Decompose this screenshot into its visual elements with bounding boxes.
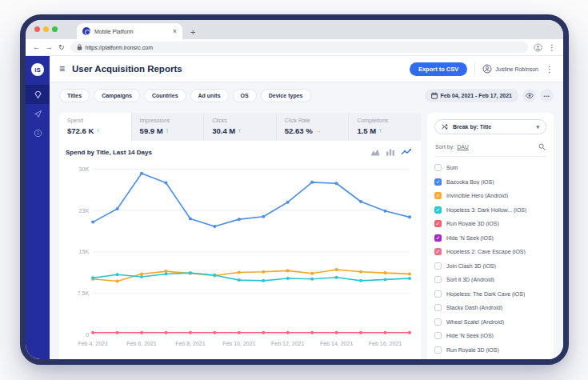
checkbox-checked[interactable]: ✓ xyxy=(434,192,442,199)
reload-icon[interactable]: ↻ xyxy=(58,44,65,51)
sort-by-link[interactable]: DAU xyxy=(457,144,469,150)
address-bar[interactable]: https://platform.ironsrc.com xyxy=(70,42,528,53)
title-row-run-royale-3d-ios[interactable]: Run Royale 3D (iOS) xyxy=(434,343,546,358)
filter-chip-ad-units[interactable]: Ad units xyxy=(190,89,229,102)
y-axis-tick: 0 xyxy=(86,332,89,338)
browser-menu-icon[interactable]: ⋮ xyxy=(548,43,556,52)
search-icon[interactable] xyxy=(538,143,546,150)
checkbox-unchecked[interactable] xyxy=(434,164,442,171)
filter-chip-os[interactable]: OS xyxy=(233,89,257,102)
metric-tab-spend[interactable]: Spend$72.6 K↑ xyxy=(59,113,132,141)
area-chart-icon[interactable] xyxy=(370,148,380,156)
checkbox-checked[interactable]: ✓ xyxy=(434,220,442,227)
metric-tab-clicks[interactable]: Clicks30.4 M↑ xyxy=(204,113,277,141)
sidebar-item-info[interactable] xyxy=(26,123,50,142)
sort-by-row: Sort by: DAU xyxy=(434,142,546,157)
title-label: Hide 'N Seek (iOS) xyxy=(446,333,494,338)
title-row-sort-it-3d-android[interactable]: Sort it 3D (Android) xyxy=(434,273,546,287)
metric-tab-click-rate[interactable]: Click Rate52.63 %→ xyxy=(277,113,350,141)
title-row-join-clash-3d-ios[interactable]: Join Clash 3D (iOS) xyxy=(434,259,546,274)
filter-chip-titles[interactable]: Titles xyxy=(59,89,90,102)
sidebar-item-send[interactable] xyxy=(26,104,50,123)
data-point xyxy=(189,271,192,274)
metric-tab-impressions[interactable]: Impressions59.9 M↑ xyxy=(132,113,205,141)
data-point xyxy=(116,331,119,334)
bar-chart-icon[interactable] xyxy=(386,148,395,156)
close-window-button[interactable] xyxy=(34,26,40,32)
data-point xyxy=(213,331,216,334)
data-point xyxy=(91,276,94,279)
app-sidebar: iS xyxy=(26,56,50,359)
data-point xyxy=(335,331,338,334)
checkbox-unchecked[interactable] xyxy=(434,318,442,326)
x-axis-tick: Feb 4, 2021 xyxy=(78,341,108,346)
data-point xyxy=(310,278,314,281)
checkbox-checked[interactable]: ✓ xyxy=(434,248,442,255)
app-header: ≡ User Acquisition Reports Export to CSV… xyxy=(50,56,563,82)
ironsource-logo[interactable]: iS xyxy=(31,63,44,76)
title-row-bazooka-boy-ios[interactable]: ✓Bazooka Boy (iOS) xyxy=(434,175,546,190)
data-point xyxy=(383,331,386,334)
checkbox-unchecked[interactable] xyxy=(434,276,442,283)
title-row-hopeless-2-cave-escape-ios[interactable]: ✓Hopeless 2: Cave Escape (iOS) xyxy=(434,245,546,259)
title-row-sum[interactable]: Sum xyxy=(434,161,546,175)
data-point xyxy=(310,331,314,334)
title-row-stacky-dash-android[interactable]: Stacky Dash (Android) xyxy=(434,301,546,315)
checkbox-unchecked[interactable] xyxy=(434,304,442,311)
filter-chip-countries[interactable]: Countries xyxy=(144,89,186,102)
close-tab-icon[interactable]: × xyxy=(173,27,177,35)
user-menu[interactable]: Justine Robinson xyxy=(482,64,538,74)
title-row-hopeless-the-dark-cave-ios[interactable]: Hopeless: The Dark Cave (iOS) xyxy=(434,287,546,302)
data-point xyxy=(238,270,241,274)
checkbox-checked[interactable]: ✓ xyxy=(434,178,442,186)
checkbox-checked[interactable]: ✓ xyxy=(434,234,442,242)
visibility-button[interactable] xyxy=(522,89,536,102)
minimize-window-button[interactable] xyxy=(43,26,49,32)
new-tab-button[interactable]: + xyxy=(190,27,195,39)
title-row-hide-n-seek-ios[interactable]: Hide 'N Seek (iOS) xyxy=(434,329,546,343)
line-chart-icon[interactable] xyxy=(401,148,411,156)
calendar-icon xyxy=(431,92,438,99)
forward-icon[interactable]: → xyxy=(46,44,53,51)
export-to-csv-button[interactable]: Export to CSV xyxy=(410,62,467,76)
title-row-hopeless-3-dark-hollow-ios[interactable]: ✓Hopeless 3: Dark Hollow... (iOS) xyxy=(434,203,546,218)
title-checkbox-list: Sum✓Bazooka Boy (iOS)✓Invincible Hero (A… xyxy=(434,157,546,359)
data-point xyxy=(359,331,362,334)
hamburger-menu-icon[interactable]: ≡ xyxy=(59,63,65,74)
checkbox-unchecked[interactable] xyxy=(434,332,442,339)
data-point xyxy=(359,270,362,274)
user-name: Justine Robinson xyxy=(495,66,538,72)
back-icon[interactable]: ← xyxy=(33,44,40,51)
browser-tab[interactable]: Mobile Platform × xyxy=(77,23,182,39)
metric-label: Clicks xyxy=(212,118,268,123)
filter-chip-device-types[interactable]: Device types xyxy=(261,89,311,102)
title-row-hide-n-seek-ios[interactable]: ✓Hide 'N Seek (iOS) xyxy=(434,231,546,246)
checkbox-checked[interactable]: ✓ xyxy=(434,206,442,214)
metric-tab-completions[interactable]: Completions1.5 M↑ xyxy=(349,113,421,141)
checkbox-unchecked[interactable] xyxy=(434,290,442,298)
title-row-wheel-scale-android[interactable]: Wheel Scale! (Android) xyxy=(434,315,546,330)
checkbox-unchecked[interactable] xyxy=(434,346,442,354)
sidebar-item-gem[interactable] xyxy=(26,85,50,104)
header-kebab-icon[interactable]: ⋮ xyxy=(546,65,554,74)
break-by-dropdown[interactable]: Break by: Title ▾ xyxy=(434,119,546,134)
title-row-invincible-hero-android[interactable]: ✓Invincible Hero (Android) xyxy=(434,189,546,203)
checkbox-unchecked[interactable] xyxy=(434,262,442,270)
maximize-window-button[interactable] xyxy=(52,26,58,32)
data-point xyxy=(140,331,143,334)
title-label: Stacky Dash (Android) xyxy=(446,305,502,310)
data-point xyxy=(262,270,265,274)
metric-value: 30.4 M↑ xyxy=(212,126,268,135)
metric-label: Spend xyxy=(67,118,123,123)
window-controls[interactable] xyxy=(34,26,58,32)
date-range-picker[interactable]: Feb 04, 2021 - Feb 17, 2021 xyxy=(425,89,519,102)
more-options-button[interactable]: ••• xyxy=(540,89,554,102)
data-point xyxy=(116,207,119,210)
filter-chip-campaigns[interactable]: Campaigns xyxy=(94,89,140,102)
title-row-run-royale-3d-ios[interactable]: ✓Run Royale 3D (iOS) xyxy=(434,217,546,231)
data-point xyxy=(238,331,241,334)
metric-value: 59.9 M↑ xyxy=(140,126,196,135)
profile-icon[interactable] xyxy=(534,43,542,52)
title-label: Run Royale 3D (iOS) xyxy=(446,221,499,226)
data-point xyxy=(189,331,192,334)
